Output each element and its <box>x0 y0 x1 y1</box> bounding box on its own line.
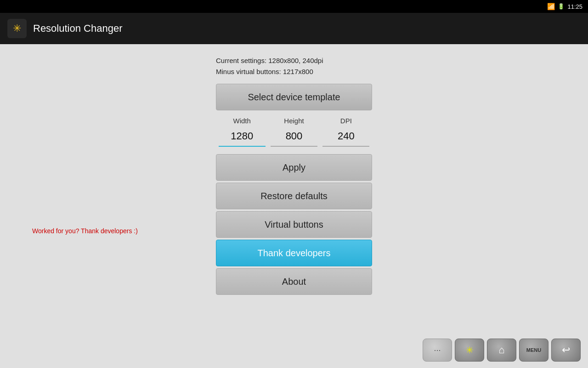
crosshair-button[interactable]: ✳ <box>455 339 484 362</box>
height-label: Height <box>284 117 304 125</box>
menu-button[interactable]: MENU <box>519 339 548 362</box>
buttons-section: Apply Restore defaults Virtual buttons T… <box>216 154 372 295</box>
battery-icon: 🔋 <box>558 3 565 10</box>
select-device-template-button[interactable]: Select device template <box>216 84 372 110</box>
width-label: Width <box>233 117 250 125</box>
height-col: Height <box>268 117 320 147</box>
back-icon: ↩ <box>562 344 570 356</box>
recent-apps-icon: ··· <box>434 345 441 355</box>
info-text: Current settings: 1280x800, 240dpi Minus… <box>216 55 372 77</box>
menu-icon: MENU <box>526 347 541 353</box>
nav-bar: ··· ✳ ⌂ MENU ↩ <box>423 339 581 362</box>
center-panel: Current settings: 1280x800, 240dpi Minus… <box>216 55 372 295</box>
height-input[interactable] <box>271 126 317 147</box>
status-icons: 📶 🔋 11:25 <box>547 3 582 10</box>
app-title: Resolution Changer <box>33 23 122 34</box>
input-row: Width Height DPI <box>216 117 372 147</box>
apply-button[interactable]: Apply <box>216 154 372 181</box>
current-settings-text: Current settings: 1280x800, 240dpi <box>216 55 372 66</box>
status-bar: 📶 🔋 11:25 <box>0 0 588 13</box>
recent-apps-button[interactable]: ··· <box>423 339 452 362</box>
about-button[interactable]: About <box>216 268 372 295</box>
app-bar: ✳ Resolution Changer <box>0 13 588 44</box>
app-logo-icon: ✳ <box>13 23 21 34</box>
restore-defaults-button[interactable]: Restore defaults <box>216 183 372 209</box>
width-col: Width <box>216 117 268 147</box>
status-time: 11:25 <box>567 3 582 10</box>
thank-side-label: Worked for you? Thank developers :) <box>32 227 138 235</box>
app-icon: ✳ <box>7 19 27 38</box>
home-icon: ⌂ <box>498 344 504 356</box>
virtual-buttons-button[interactable]: Virtual buttons <box>216 211 372 238</box>
thank-developers-button[interactable]: Thank developers <box>216 240 372 266</box>
wifi-icon: 📶 <box>547 3 555 10</box>
crosshair-icon: ✳ <box>466 345 474 356</box>
dpi-input[interactable] <box>322 126 369 147</box>
home-button[interactable]: ⌂ <box>487 339 516 362</box>
back-button[interactable]: ↩ <box>551 339 581 362</box>
virtual-buttons-text: Minus virtual buttons: 1217x800 <box>216 66 372 77</box>
width-input[interactable] <box>219 126 266 147</box>
dpi-col: DPI <box>320 117 372 147</box>
main-content: Worked for you? Thank developers :) Curr… <box>0 44 588 368</box>
dpi-label: DPI <box>340 117 352 125</box>
